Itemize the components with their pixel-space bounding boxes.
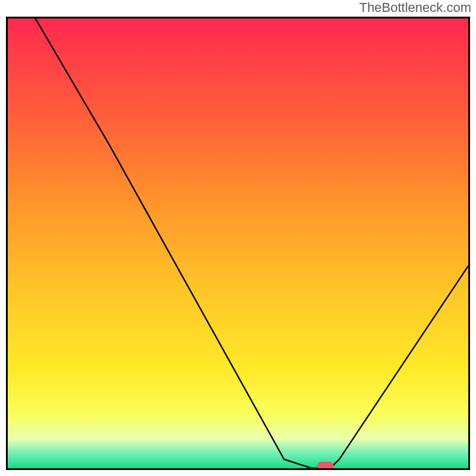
gradient-background [8,18,468,468]
chart-svg [8,18,468,468]
attribution-label: TheBottleneck.com [359,0,471,15]
optimal-marker [317,462,334,468]
chart-container: TheBottleneck.com [0,0,476,476]
plot-area [8,18,468,468]
